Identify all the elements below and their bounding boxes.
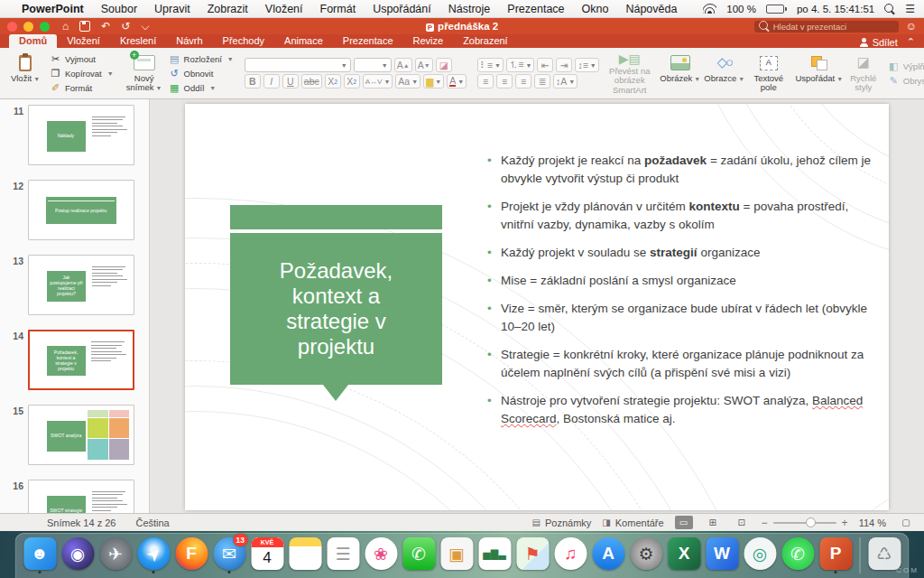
shape-outline-button[interactable]: ✎Obrys obrazce▼	[888, 74, 924, 87]
zoom-slider[interactable]: − +	[762, 517, 848, 529]
slide-title-box[interactable]: Požadavek, kontext a strategie v projekt…	[230, 233, 442, 385]
menu-nastroje[interactable]: Nástroje	[448, 3, 491, 15]
dock-app-preview[interactable]: ▣	[440, 537, 474, 573]
dock-app-powerpoint[interactable]: P	[819, 537, 853, 573]
menu-soubor[interactable]: Soubor	[101, 3, 137, 15]
search-input[interactable]	[773, 22, 873, 32]
save-icon[interactable]	[79, 21, 90, 32]
dock-app-maps[interactable]: ⚑	[516, 537, 550, 573]
indent-increase-button[interactable]: ⇥	[556, 58, 572, 72]
slide-thumbnail-11[interactable]: Náklady	[28, 105, 134, 165]
highlight-button[interactable]: ▆▼	[423, 74, 444, 89]
slide-thumbnail-14[interactable]: Požadavek, kontext a strategie v projekt…	[28, 330, 134, 390]
slide-14[interactable]: Požadavek, kontext a strategie v projekt…	[185, 104, 889, 510]
indent-decrease-button[interactable]: ⇤	[537, 58, 553, 72]
subscript-button[interactable]: X2	[344, 74, 360, 89]
minimize-window-button[interactable]	[23, 22, 33, 32]
justify-button[interactable]: ≣	[534, 74, 550, 89]
bullets-button[interactable]: ⠇≡▼	[477, 58, 504, 72]
presentation-view-button[interactable]: ⊡	[733, 516, 751, 529]
menu-upravit[interactable]: Upravit	[154, 3, 190, 15]
dock-app-trash[interactable]: ♺	[868, 537, 901, 573]
fit-to-window-button[interactable]: ▢	[897, 516, 915, 529]
tab-revize[interactable]: Revize	[403, 34, 454, 48]
redo-icon[interactable]: ↺	[121, 20, 130, 33]
menu-zobrazit[interactable]: Zobrazit	[208, 3, 248, 15]
insert-textbox-button[interactable]: A Textové pole	[749, 51, 789, 96]
dock-app-notes[interactable]	[289, 537, 322, 573]
decrease-font-button[interactable]: A▼	[415, 58, 433, 72]
dock-app-whatsapp[interactable]: ✆	[781, 537, 815, 573]
align-left-button[interactable]: ≡	[477, 74, 494, 89]
feedback-smiley-icon[interactable]: ☺	[906, 20, 917, 33]
section-button[interactable]: ▦Oddíl▼	[169, 81, 234, 94]
underline-button[interactable]: U	[282, 74, 299, 89]
wifi-icon[interactable]	[703, 4, 716, 14]
change-case-button[interactable]: Aa▼	[395, 74, 420, 89]
menu-usporadani[interactable]: Uspořádání	[373, 3, 431, 15]
collapse-ribbon-icon[interactable]: ⌃	[907, 36, 915, 48]
font-size-select[interactable]: ▼	[354, 58, 392, 72]
dock-app-numbers[interactable]: ▅▇▃	[478, 537, 512, 573]
tab-animace[interactable]: Animace	[274, 34, 333, 48]
character-spacing-button[interactable]: A↔V▼	[363, 74, 393, 89]
arrange-button[interactable]: Uspořádat▼	[799, 51, 839, 96]
quick-styles-button[interactable]: ◪ Rychlé styly	[844, 51, 883, 96]
line-spacing-button[interactable]: ↕≡▼	[575, 58, 598, 72]
dock-app-facetime[interactable]: ✆	[402, 537, 436, 573]
slide-body-text[interactable]: Každý projekt je reakcí na požadavek = z…	[485, 152, 872, 438]
increase-font-button[interactable]: A▲	[394, 58, 412, 72]
menu-powerpoint[interactable]: PowerPoint	[22, 3, 84, 15]
dock-app-word[interactable]: W	[706, 537, 739, 573]
zoom-window-button[interactable]	[40, 22, 50, 32]
notes-toggle[interactable]: ▤Poznámky	[532, 517, 592, 528]
dock-app-firefox[interactable]: F	[175, 537, 208, 573]
dock-app-siri[interactable]: ◉	[61, 537, 95, 573]
close-window-button[interactable]	[7, 22, 17, 32]
convert-smartart-button[interactable]: ▶▤ Převést na obrázek SmartArt	[610, 51, 650, 96]
spotlight-search-icon[interactable]	[884, 4, 895, 14]
zoom-out-button[interactable]: −	[762, 517, 768, 529]
undo-icon[interactable]: ↶	[101, 20, 110, 33]
slide-title-top-bar[interactable]	[230, 205, 442, 229]
text-direction-button[interactable]: ↕A▼	[553, 74, 578, 89]
menu-vlozeni[interactable]: Vložení	[265, 3, 303, 15]
customize-toolbar-icon[interactable]: ⌵	[141, 20, 149, 33]
battery-icon[interactable]	[766, 5, 787, 14]
new-slide-button[interactable]: Nový snímek▼	[125, 51, 164, 96]
clear-formatting-button[interactable]: ◪	[436, 58, 452, 72]
dock-app-cisco-anyconnect[interactable]: ◎	[744, 537, 777, 573]
bold-button[interactable]: B	[245, 74, 261, 89]
reset-button[interactable]: ↺Obnovit	[169, 67, 234, 79]
font-name-select[interactable]: ▼	[245, 58, 351, 72]
tab-prezentace[interactable]: Prezentace	[333, 34, 403, 48]
language-indicator[interactable]: Čeština	[135, 517, 169, 528]
dock-app-calendar[interactable]: KVĚ4	[251, 537, 284, 573]
menu-napoveda[interactable]: Nápověda	[625, 3, 677, 15]
slide-thumbnail-16[interactable]: SWOT strategie	[28, 480, 134, 513]
slide-thumbnail-15[interactable]: SWOT analýza	[28, 405, 134, 465]
menu-format[interactable]: Formát	[320, 3, 356, 15]
zoom-percentage[interactable]: 114 %	[859, 517, 886, 528]
numbering-button[interactable]: ⒈≡▼	[506, 58, 535, 72]
dock-app-safari[interactable]: ➤	[137, 537, 171, 573]
dock-app-app-store[interactable]: A	[592, 537, 625, 573]
tab-domu[interactable]: Domů	[9, 34, 57, 48]
tab-zobrazeni[interactable]: Zobrazení	[453, 34, 518, 48]
align-center-button[interactable]: ≡	[496, 74, 513, 89]
dock-app-photos[interactable]: ❀	[365, 537, 398, 573]
slide-thumbnail-13[interactable]: Jak postupujeme při realizaci projektu?	[28, 255, 134, 315]
tab-navrh[interactable]: Návrh	[166, 34, 212, 48]
dock-app-finder[interactable]: ☻	[23, 537, 57, 573]
tab-prechody[interactable]: Přechody	[213, 34, 274, 48]
italic-button[interactable]: I	[263, 74, 280, 89]
slide-sorter-view-button[interactable]: ⊞	[704, 516, 722, 529]
font-color-button[interactable]: A▼	[447, 74, 467, 89]
copy-button[interactable]: ❐Kopírovat▼	[50, 67, 114, 79]
insert-shapes-button[interactable]: ◇○ Obrazce▼	[705, 51, 744, 96]
zoom-in-button[interactable]: +	[842, 517, 848, 529]
dock-app-thunderbird[interactable]: ✉13	[213, 537, 246, 573]
menubar-clock[interactable]: po 4. 5. 15:41:51	[797, 4, 874, 14]
share-button[interactable]: Sdílet	[859, 37, 898, 48]
layout-button[interactable]: ▤Rozložení▼	[169, 52, 234, 65]
